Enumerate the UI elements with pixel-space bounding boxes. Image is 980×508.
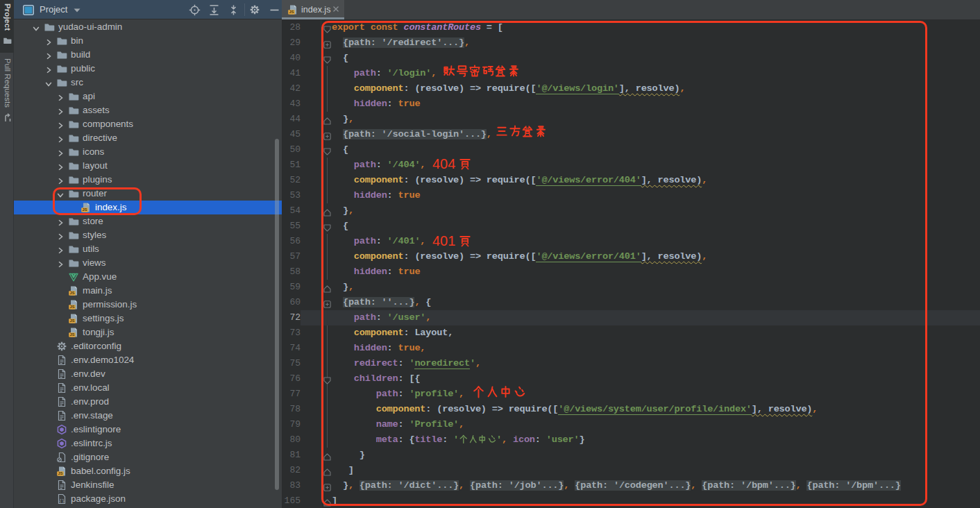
svg-text:JS: JS	[289, 10, 294, 14]
svg-text:JS: JS	[70, 332, 75, 337]
svg-text:JS: JS	[70, 319, 75, 323]
svg-text:{}: {}	[59, 498, 65, 504]
svg-text:JS: JS	[58, 471, 63, 475]
svg-text:JS: JS	[70, 305, 75, 309]
svg-text:JS: JS	[70, 291, 75, 295]
